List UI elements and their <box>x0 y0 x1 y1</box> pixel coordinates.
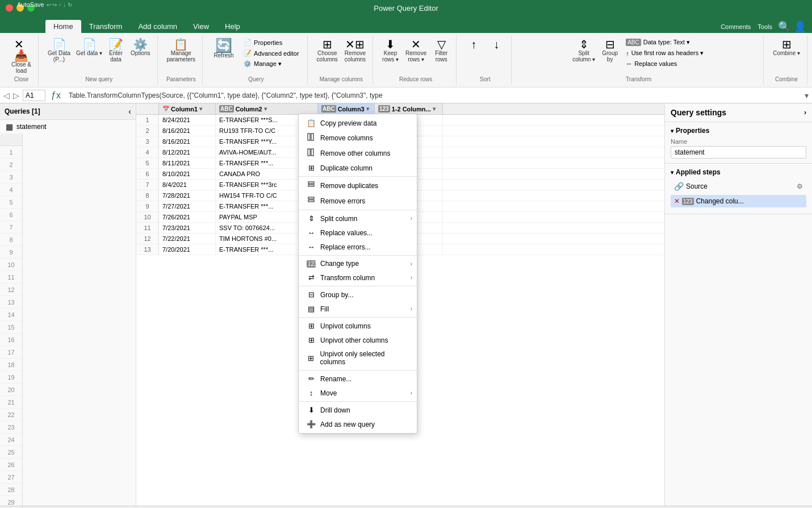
col1-dropdown-icon[interactable]: ▾ <box>199 106 202 112</box>
col-header-2[interactable]: ABC Column2 ▾ <box>216 103 318 114</box>
get-data-dropdown[interactable]: 📄 Get data ▾ <box>75 38 103 57</box>
tab-view[interactable]: View <box>185 20 217 33</box>
tab-transform[interactable]: Transform <box>81 20 131 33</box>
ctx-replace-errors[interactable]: ↔ Replace errors... <box>299 240 417 254</box>
get-data-button[interactable]: 📄 Get Data(P...) <box>45 38 73 64</box>
cell-2-1[interactable]: 8/16/2021 <box>159 126 216 136</box>
use-first-row-icon: ↑ <box>626 50 629 57</box>
ctx-remove-other-columns[interactable]: Remove other columns <box>299 145 417 161</box>
replace-values-button[interactable]: ↔ Replace values <box>622 59 707 68</box>
enter-data-button[interactable]: 📝 Enterdata <box>106 38 126 64</box>
search-icon[interactable]: 🔍 <box>778 20 790 33</box>
cell-7-1[interactable]: 8/4/2021 <box>159 180 216 190</box>
data-type-button[interactable]: ABC Data type: Text ▾ <box>622 38 707 47</box>
sort-asc-button[interactable]: ↑ <box>463 38 484 51</box>
col-header-1[interactable]: 📅 Column1 ▾ <box>159 103 216 114</box>
tab-help[interactable]: Help <box>217 20 248 33</box>
settings-expand-icon[interactable]: › <box>804 109 806 116</box>
ctx-unpivot-columns[interactable]: ⊞ Unpivot columns <box>299 319 417 333</box>
manage-icon: ⚙️ <box>244 60 252 68</box>
refresh-button[interactable]: 🔄 Refresh <box>210 38 238 60</box>
unpivot-columns-icon: ⊞ <box>307 322 316 330</box>
cell-12-1[interactable]: 7/22/2021 <box>159 234 216 244</box>
ctx-unpivot-only-selected[interactable]: ⊞ Unpivot only selected columns <box>299 347 417 369</box>
ctx-sep-7 <box>299 401 417 402</box>
ribbon-group-new-query: 📄 Get Data(P...) 📄 Get data ▾ 📝 Enterdat… <box>41 35 158 85</box>
manage-params-button[interactable]: 📋 Manageparameters <box>165 38 198 64</box>
ctx-transform-column[interactable]: ⇄ Transform column › <box>299 270 417 285</box>
properties-title[interactable]: ▾ Properties <box>671 127 806 135</box>
formula-left-arrow[interactable]: ◁ <box>3 91 10 100</box>
ctx-copy-preview[interactable]: 📋 Copy preview data <box>299 116 417 130</box>
use-first-row-button[interactable]: ↑ Use first row as headers ▾ <box>622 48 707 58</box>
step-source[interactable]: 🔗 Source ⚙ <box>671 180 806 193</box>
group-by-button[interactable]: ⊟ Groupby <box>600 38 620 64</box>
sort-desc-button[interactable]: ↓ <box>486 38 507 51</box>
step-changed-columns[interactable]: ✕ 123 Changed colu... <box>671 195 806 207</box>
ctx-add-as-new-query-label: Add as new query <box>320 420 375 428</box>
ctx-unpivot-other-columns[interactable]: ⊞ Unpivot other columns <box>299 333 417 347</box>
ctx-remove-errors[interactable]: Remove errors <box>299 193 417 209</box>
cell-reference-input[interactable] <box>23 90 45 101</box>
cell-8-1[interactable]: 7/28/2021 <box>159 190 216 201</box>
ctx-move[interactable]: ↕ Move › <box>299 386 417 400</box>
col3-dropdown-icon[interactable]: ▾ <box>366 106 369 112</box>
cell-3-1[interactable]: 8/16/2021 <box>159 136 216 147</box>
cell-9-1[interactable]: 7/27/2021 <box>159 201 216 211</box>
tab-add-column[interactable]: Add column <box>130 20 185 33</box>
queries-toggle-icon[interactable]: ‹ <box>128 107 131 116</box>
col4-dropdown-icon[interactable]: ▾ <box>433 106 436 112</box>
row-26: 26 <box>0 459 22 471</box>
user-icon[interactable]: 👤 <box>794 20 806 33</box>
properties-button[interactable]: 📄 Properties <box>240 38 303 47</box>
cell-1-1[interactable]: 8/24/2021 <box>159 115 216 125</box>
ctx-drill-down[interactable]: ⬇ Drill down <box>299 403 417 417</box>
cell-13-1[interactable]: 7/20/2021 <box>159 244 216 255</box>
remove-columns-ctx-icon <box>307 133 316 143</box>
close-load-button[interactable]: ✕📥 Close &load <box>9 38 34 75</box>
ctx-replace-values[interactable]: ↔ Replace values... <box>299 226 417 240</box>
ctx-fill[interactable]: ▤ Fill › <box>299 302 417 316</box>
combine-button[interactable]: ⊞ Combine ▾ <box>771 38 802 57</box>
row-num-8: 8 <box>136 190 159 201</box>
tools-link[interactable]: Tools <box>757 23 772 30</box>
col-header-3[interactable]: ABC Column3 ▾ <box>318 103 375 114</box>
filter-rows-button[interactable]: ▽ Filterrows <box>431 38 451 64</box>
cell-10-1[interactable]: 7/26/2021 <box>159 212 216 222</box>
ctx-change-type[interactable]: 123 Change type › <box>299 257 417 270</box>
ctx-remove-duplicates[interactable]: Remove duplicates <box>299 178 417 193</box>
col-header-4[interactable]: 123 1-2 Column... ▾ <box>375 103 443 114</box>
ctx-duplicate-column[interactable]: ⊞ Duplicate column <box>299 161 417 175</box>
remove-columns-button[interactable]: ✕⊞ Removecolumns <box>342 38 368 64</box>
formula-right-arrow[interactable]: ▷ <box>13 91 19 100</box>
close-button[interactable] <box>6 5 13 12</box>
close-group-label: Close <box>14 76 29 82</box>
comments-link[interactable]: Comments <box>721 23 751 30</box>
formula-expand-icon[interactable]: ▾ <box>805 91 809 100</box>
ctx-group-by[interactable]: ⊟ Group by... <box>299 288 417 302</box>
cell-11-1[interactable]: 7/23/2021 <box>159 223 216 233</box>
remove-rows-button[interactable]: ✕ Removerows ▾ <box>403 38 429 64</box>
formula-text: Table.TransformColumnTypes(Source, {{"Co… <box>66 90 801 101</box>
ctx-remove-columns[interactable]: Remove columns <box>299 130 417 145</box>
choose-columns-button[interactable]: ⊞ Choosecolumns <box>315 38 340 64</box>
source-step-gear-icon[interactable]: ⚙ <box>797 182 803 190</box>
cell-6-1[interactable]: 8/10/2021 <box>159 169 216 179</box>
split-column-button[interactable]: ⇕ Splitcolumn ▾ <box>570 38 597 64</box>
ctx-rename[interactable]: ✏ Rename... <box>299 372 417 386</box>
keep-rows-button[interactable]: ⬇ Keeprows ▾ <box>380 38 401 64</box>
query-item-statement[interactable]: ▦ statement <box>0 120 136 134</box>
query-col: 📄 Properties 📝 Advanced editor ⚙️ Manage… <box>240 38 303 69</box>
manage-button[interactable]: ⚙️ Manage ▾ <box>240 59 303 69</box>
cell-4-1[interactable]: 8/12/2021 <box>159 147 216 157</box>
changed-col-delete-icon[interactable]: ✕ <box>674 197 680 205</box>
tab-home[interactable]: Home <box>45 20 81 33</box>
applied-steps-title[interactable]: ▾ Applied steps <box>671 168 806 176</box>
ctx-split-column[interactable]: ⇕ Split column › <box>299 211 417 226</box>
cell-5-1[interactable]: 8/11/2021 <box>159 158 216 168</box>
options-button[interactable]: ⚙️ Options <box>128 38 152 57</box>
name-input[interactable] <box>671 146 806 159</box>
ctx-add-as-new-query[interactable]: ➕ Add as new query <box>299 417 417 431</box>
advanced-editor-button[interactable]: 📝 Advanced editor <box>240 48 303 58</box>
col2-dropdown-icon[interactable]: ▾ <box>264 106 267 112</box>
